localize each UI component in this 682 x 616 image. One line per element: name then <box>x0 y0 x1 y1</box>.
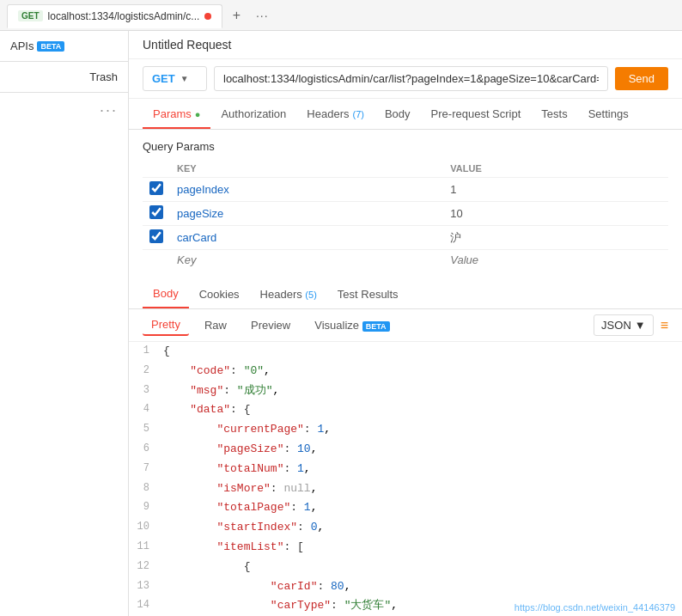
format-visualize-button[interactable]: Visualize BETA <box>306 315 398 335</box>
tab-headers[interactable]: Headers (7) <box>296 99 374 129</box>
json-line: 6 "pageSize": 10, <box>129 440 682 460</box>
param-value-empty-input[interactable] <box>450 253 661 266</box>
json-viewer[interactable]: 1{2 "code": "0",3 "msg": "成功",4 "data": … <box>129 342 682 616</box>
param-value-input[interactable] <box>450 207 661 220</box>
response-tab-cookies[interactable]: Cookies <box>189 281 250 308</box>
line-number: 13 <box>129 578 163 596</box>
content-area: Untitled Request GET ▼ Send Params ● Aut… <box>129 31 682 616</box>
param-key-cell[interactable] <box>170 226 443 250</box>
trash-label: Trash <box>89 70 118 83</box>
tab-method-badge: GET <box>18 10 43 21</box>
sidebar-more-button[interactable]: ··· <box>0 93 128 128</box>
format-preview-button[interactable]: Preview <box>242 315 299 335</box>
json-line: 12 { <box>129 558 682 577</box>
param-checkbox[interactable] <box>149 229 163 243</box>
json-line: 8 "isMore": null, <box>129 479 682 499</box>
send-button[interactable]: Send <box>615 67 668 90</box>
sidebar-apis[interactable]: APIs BETA <box>0 31 128 62</box>
add-tab-button[interactable]: + <box>226 5 247 26</box>
wrap-lines-icon[interactable]: ≡ <box>661 318 668 333</box>
json-line: 3 "msg": "成功", <box>129 381 682 401</box>
line-content: "currentPage": 1, <box>163 421 682 439</box>
format-visualize-label: Visualize <box>314 319 359 332</box>
response-tab-headers[interactable]: Headers (5) <box>250 281 327 308</box>
line-number: 4 <box>129 401 163 419</box>
sidebar-trash-item[interactable]: Trash <box>0 62 128 93</box>
param-key-input[interactable] <box>177 207 436 220</box>
more-tabs-button[interactable]: ··· <box>250 5 274 26</box>
tab-url: localhost:1334/logisticsAdmin/c... <box>48 10 200 22</box>
params-value-header: VALUE <box>443 160 668 178</box>
line-content: "startIndex": 0, <box>163 519 682 537</box>
tab-pre-request-label: Pre-request Script <box>431 107 521 120</box>
tab-pre-request[interactable]: Pre-request Script <box>421 99 532 129</box>
tab-modified-dot <box>204 13 211 20</box>
param-value-input[interactable] <box>450 231 661 244</box>
param-checkbox-cell[interactable] <box>143 226 170 250</box>
response-headers-count: (5) <box>305 290 316 300</box>
line-number: 11 <box>129 539 163 557</box>
line-content: { <box>163 343 682 361</box>
active-tab[interactable]: GET localhost:1334/logisticsAdmin/c... <box>7 4 222 28</box>
tab-body[interactable]: Body <box>374 99 421 129</box>
param-checkbox-cell[interactable] <box>143 202 170 226</box>
method-selector[interactable]: GET ▼ <box>143 66 207 91</box>
line-content: "isMore": null, <box>163 480 682 498</box>
format-bar: Pretty Raw Preview Visualize BETA JSON ▼… <box>129 309 682 342</box>
format-type-selector[interactable]: JSON ▼ <box>594 314 654 336</box>
line-content: { <box>163 558 682 576</box>
line-content: "carId": 80, <box>163 578 682 596</box>
format-pretty-button[interactable]: Pretty <box>143 314 189 336</box>
tab-body-label: Body <box>385 107 411 120</box>
line-number: 14 <box>129 597 163 615</box>
json-line: 5 "currentPage": 1, <box>129 420 682 440</box>
param-value-cell[interactable] <box>443 226 668 250</box>
param-key-input[interactable] <box>177 231 436 244</box>
param-value-input[interactable] <box>450 183 661 196</box>
line-content: "totalPage": 1, <box>163 499 682 517</box>
url-input[interactable] <box>214 66 608 91</box>
tab-settings[interactable]: Settings <box>578 99 639 129</box>
param-value-cell[interactable] <box>443 178 668 202</box>
json-line: 10 "startIndex": 0, <box>129 518 682 538</box>
param-key-input[interactable] <box>177 183 436 196</box>
table-row <box>143 178 668 202</box>
line-number: 1 <box>129 343 163 361</box>
line-content: "code": "0", <box>163 363 682 381</box>
tab-tests[interactable]: Tests <box>531 99 577 129</box>
param-key-cell[interactable] <box>170 178 443 202</box>
visualize-beta-badge: BETA <box>362 321 390 332</box>
param-checkbox-cell[interactable] <box>143 178 170 202</box>
json-line: 4 "data": { <box>129 400 682 420</box>
line-content: "pageSize": 10, <box>163 441 682 459</box>
response-tab-body[interactable]: Body <box>143 280 189 308</box>
line-number: 7 <box>129 460 163 479</box>
tab-bar: GET localhost:1334/logisticsAdmin/c... +… <box>0 0 682 31</box>
param-checkbox[interactable] <box>149 205 163 219</box>
tab-authorization[interactable]: Authorization <box>210 99 296 129</box>
table-row <box>143 202 668 226</box>
params-checkbox-col <box>143 160 170 178</box>
format-type-label: JSON <box>601 319 631 332</box>
sidebar: APIs BETA Trash ··· <box>0 31 129 616</box>
line-number: 3 <box>129 382 163 400</box>
format-raw-button[interactable]: Raw <box>196 315 235 335</box>
param-checkbox[interactable] <box>149 181 163 195</box>
param-key-empty-input[interactable] <box>177 253 436 266</box>
param-key-cell[interactable] <box>170 202 443 226</box>
format-chevron-icon: ▼ <box>635 319 646 332</box>
line-number: 9 <box>129 499 163 517</box>
tab-params-label: Params <box>153 107 192 120</box>
tab-params[interactable]: Params ● <box>143 99 210 129</box>
param-value-cell[interactable] <box>443 202 668 226</box>
app-container: GET localhost:1334/logisticsAdmin/c... +… <box>0 0 682 616</box>
main-layout: APIs BETA Trash ··· Untitled Request GET… <box>0 31 682 616</box>
response-tab-test-results[interactable]: Test Results <box>327 281 409 308</box>
json-line: 7 "totalNum": 1, <box>129 460 682 479</box>
method-chevron-icon: ▼ <box>180 74 189 83</box>
line-number: 2 <box>129 363 163 381</box>
line-number: 6 <box>129 441 163 459</box>
method-label: GET <box>152 72 175 85</box>
table-row <box>143 226 668 250</box>
watermark: https://blog.csdn.net/weixin_44146379 <box>515 602 675 613</box>
